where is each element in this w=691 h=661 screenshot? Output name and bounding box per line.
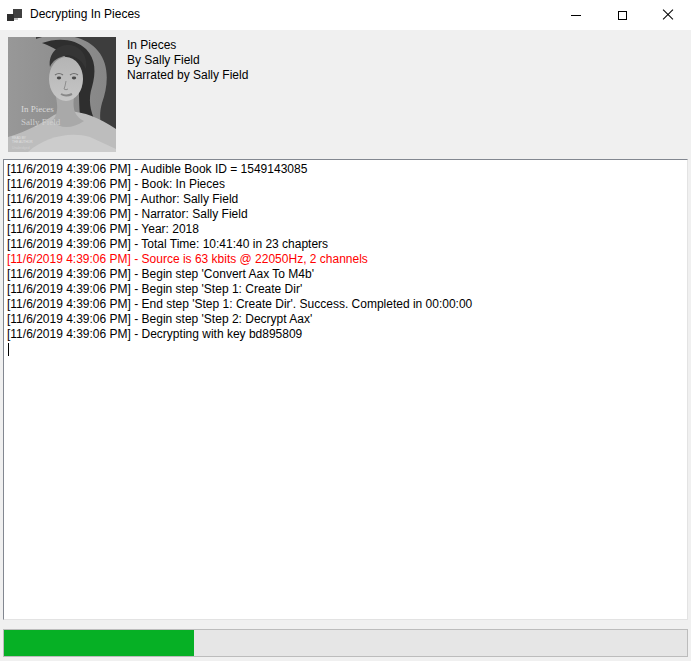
log-line: [11/6/2019 4:39:06 PM] - Begin step 'Con… — [7, 267, 687, 282]
maximize-icon — [618, 11, 627, 20]
progress-fill — [4, 630, 194, 656]
cover-title-text: In Pieces — [21, 104, 54, 114]
window-controls — [553, 0, 691, 30]
minimize-button[interactable] — [553, 0, 599, 30]
close-button[interactable] — [645, 0, 691, 30]
log-line: [11/6/2019 4:39:06 PM] - Year: 2018 — [7, 222, 687, 237]
log-line: [11/6/2019 4:39:06 PM] - Narrator: Sally… — [7, 207, 687, 222]
log-line: [11/6/2019 4:39:06 PM] - Source is 63 kb… — [7, 252, 687, 267]
log-line: [11/6/2019 4:39:06 PM] - Begin step 'Ste… — [7, 282, 687, 297]
cover-author-text: Sally Field — [21, 117, 61, 127]
minimize-icon — [571, 15, 581, 16]
window-title: Decrypting In Pieces — [30, 7, 140, 21]
progress-bar — [3, 629, 688, 657]
log-textbox[interactable]: [11/6/2019 4:39:06 PM] - Audible Book ID… — [3, 159, 688, 620]
log-line: [11/6/2019 4:39:06 PM] - Total Time: 10:… — [7, 237, 687, 252]
log-line: [11/6/2019 4:39:06 PM] - Decrypting with… — [7, 327, 687, 342]
log-line: [11/6/2019 4:39:06 PM] - Author: Sally F… — [7, 192, 687, 207]
cover-edition-text: Unabridged — [12, 146, 30, 150]
log-line: [11/6/2019 4:39:06 PM] - Begin step 'Ste… — [7, 312, 687, 327]
maximize-button[interactable] — [599, 0, 645, 30]
cover-art-illustration: In Pieces Sally Field READ BY THE AUTHOR… — [8, 37, 116, 152]
log-output: [11/6/2019 4:39:06 PM] - Audible Book ID… — [7, 162, 687, 342]
book-cover-image: In Pieces Sally Field READ BY THE AUTHOR… — [8, 37, 116, 152]
book-info: In Pieces By Sally Field Narrated by Sal… — [127, 38, 248, 83]
text-caret — [8, 343, 9, 356]
app-window: Decrypting In Pieces — [0, 0, 691, 661]
book-author: By Sally Field — [127, 53, 248, 68]
close-icon — [662, 9, 674, 21]
log-line: [11/6/2019 4:39:06 PM] - End step 'Step … — [7, 297, 687, 312]
log-line: [11/6/2019 4:39:06 PM] - Audible Book ID… — [7, 162, 687, 177]
book-narrator: Narrated by Sally Field — [127, 68, 248, 83]
book-title: In Pieces — [127, 38, 248, 53]
cover-readby-line2: THE AUTHOR — [12, 140, 33, 144]
title-bar: Decrypting In Pieces — [0, 0, 691, 30]
app-window-icon — [7, 7, 23, 23]
log-line: [11/6/2019 4:39:06 PM] - Book: In Pieces — [7, 177, 687, 192]
